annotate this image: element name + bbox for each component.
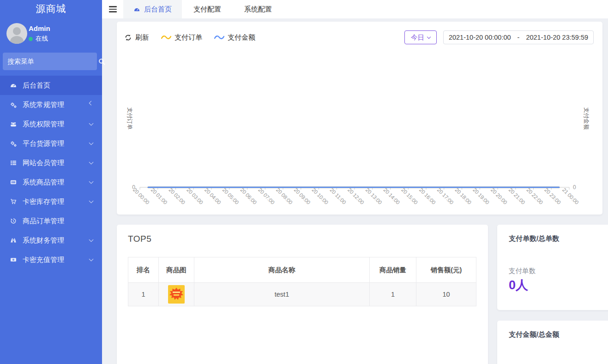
- legend-label: 支付金额: [228, 33, 255, 42]
- sidebar-item-card-stock[interactable]: 卡密库存管理: [0, 192, 102, 211]
- top5-title: TOP5: [128, 234, 151, 244]
- avatar-body: [10, 36, 24, 44]
- sidebar-item-orders[interactable]: 商品订单管理: [0, 211, 102, 231]
- svg-text:0: 0: [573, 184, 576, 191]
- chevron-left-icon: [89, 141, 94, 145]
- wave-icon: [214, 35, 224, 40]
- svg-text:0: 0: [132, 184, 135, 191]
- sidebar-item-label: 系统权限管理: [23, 120, 64, 129]
- sidebar-item-label: 系统商品管理: [23, 178, 64, 187]
- svg-text:支付订单: 支付订单: [126, 107, 133, 130]
- date-preset-select[interactable]: 今日: [404, 30, 437, 44]
- refresh-button[interactable]: 刷新: [125, 33, 149, 42]
- chevron-left-icon: [89, 199, 94, 203]
- sidebar-menu: 后台首页 系统常规管理 系统权限管理 平台货源管理: [0, 76, 102, 269]
- date-separator: -: [518, 34, 520, 41]
- sidebar-item-supply[interactable]: 平台货源管理: [0, 134, 102, 153]
- dashboard-icon: [133, 6, 140, 12]
- sidebar-item-members[interactable]: 网站会员管理: [0, 153, 102, 173]
- legend-label: 支付订单: [175, 33, 202, 42]
- col-amount: 销售额(元): [416, 257, 476, 283]
- line-chart: 20 00:0020 01:0020 02:0020 03:0020 04:00…: [117, 45, 602, 215]
- tab-dashboard[interactable]: 后台首页: [123, 0, 182, 18]
- hamburger-icon[interactable]: [102, 0, 123, 18]
- sidebar-item-system-general[interactable]: 系统常规管理: [0, 95, 102, 114]
- date-preset-label: 今日: [411, 33, 424, 42]
- svg-text:20 08:00: 20 08:00: [275, 187, 294, 205]
- sidebar-item-label: 平台货源管理: [23, 139, 64, 148]
- user-status: 在线: [29, 35, 48, 43]
- svg-text:20 01:00: 20 01:00: [150, 187, 169, 205]
- top5-card: TOP5 排名 商品图 商品名称 商品销量 销售额(元) 1: [117, 225, 488, 364]
- date-start: 2021-10-20 00:00:00: [449, 34, 511, 41]
- svg-text:20 19:00: 20 19:00: [472, 187, 490, 205]
- svg-text:20 04:00: 20 04:00: [204, 187, 222, 205]
- svg-text:20 07:00: 20 07:00: [257, 187, 276, 205]
- avatar-head: [13, 27, 21, 35]
- cell-amount: 10: [416, 283, 476, 306]
- sidebar-item-dashboard[interactable]: 后台首页: [0, 76, 102, 95]
- legend-pay-orders[interactable]: 支付订单: [161, 33, 202, 42]
- tab-label: 系统配置: [244, 5, 272, 14]
- user-status-label: 在线: [36, 35, 48, 43]
- chevron-left-icon: [89, 257, 94, 262]
- refresh-label: 刷新: [135, 33, 149, 42]
- user-name: Admin: [29, 24, 50, 32]
- gears-icon: [9, 140, 17, 147]
- main-content: 刷新 支付订单 支付金额 今日 2021-10-20 00:00:00 - 2: [102, 19, 608, 364]
- recharge-icon: [9, 257, 17, 263]
- col-sales: 商品销量: [370, 257, 416, 283]
- sidebar-item-label: 系统常规管理: [23, 101, 64, 109]
- history-icon: [9, 218, 17, 225]
- chart-card: 刷新 支付订单 支付金额 今日 2021-10-20 00:00:00 - 2: [117, 22, 602, 215]
- product-thumbnail: [168, 285, 185, 304]
- card-title: 支付单数/总单数: [509, 234, 559, 243]
- binoculars-icon: [9, 237, 17, 244]
- cell-image: [159, 283, 194, 306]
- svg-text:20 10:00: 20 10:00: [311, 187, 329, 205]
- svg-text:21 00:00: 21 00:00: [561, 187, 580, 205]
- legend-pay-amount[interactable]: 支付金额: [214, 33, 255, 42]
- svg-text:20 17:00: 20 17:00: [436, 187, 455, 205]
- gears-icon: [9, 101, 17, 108]
- sidebar-item-label: 网站会员管理: [23, 159, 64, 167]
- search-icon[interactable]: [98, 53, 105, 70]
- refresh-icon: [125, 34, 132, 41]
- cell-rank: 1: [128, 283, 159, 306]
- sidebar-item-recharge[interactable]: 卡密充值管理: [0, 250, 102, 269]
- sidebar-item-label: 后台首页: [23, 81, 50, 90]
- chevron-left-icon: [89, 160, 94, 165]
- topbar: 后台首页 支付配置 系统配置: [102, 0, 608, 19]
- card-title: 支付金额/总金额: [509, 330, 559, 339]
- svg-text:20 03:00: 20 03:00: [186, 187, 204, 205]
- sidebar-item-permissions[interactable]: 系统权限管理: [0, 114, 102, 134]
- sidebar-item-label: 商品订单管理: [23, 217, 64, 226]
- table-row: 1 test1 1 10: [128, 283, 476, 306]
- top5-table: 排名 商品图 商品名称 商品销量 销售额(元) 1 test1 1: [128, 257, 476, 306]
- chevron-left-icon: [89, 179, 94, 184]
- sidebar-item-label: 卡密充值管理: [23, 256, 64, 264]
- date-range-input[interactable]: 2021-10-20 00:00:00 - 2021-10-20 23:59:5…: [443, 30, 594, 44]
- online-dot-icon: [29, 37, 33, 41]
- sidebar-item-finance[interactable]: 系统财务管理: [0, 231, 102, 250]
- avatar[interactable]: [6, 23, 27, 44]
- sidebar-item-goods[interactable]: 系统商品管理: [0, 173, 102, 192]
- list-icon: [9, 160, 17, 167]
- cart-icon: [9, 198, 17, 205]
- sidebar: 源商城 Admin 在线 后台首页 系统常规管理: [0, 0, 102, 364]
- pay-orders-card: 支付单数/总单数 支付单数 0人: [497, 225, 608, 310]
- svg-text:20 14:00: 20 14:00: [382, 187, 401, 205]
- tab-system-config[interactable]: 系统配置: [233, 0, 283, 18]
- sidebar-item-label: 系统财务管理: [23, 236, 64, 245]
- svg-text:20 23:00: 20 23:00: [543, 187, 562, 205]
- col-name: 商品名称: [194, 257, 370, 283]
- users-icon: [9, 121, 17, 128]
- tab-label: 后台首页: [144, 5, 172, 14]
- tab-payment-config[interactable]: 支付配置: [182, 0, 233, 18]
- wave-icon: [161, 35, 171, 40]
- pay-amount-card: 支付金额/总金额: [497, 321, 608, 364]
- svg-text:20 11:00: 20 11:00: [329, 187, 347, 205]
- tab-label: 支付配置: [193, 5, 221, 14]
- dashboard-icon: [9, 82, 17, 89]
- search-input[interactable]: [3, 53, 98, 70]
